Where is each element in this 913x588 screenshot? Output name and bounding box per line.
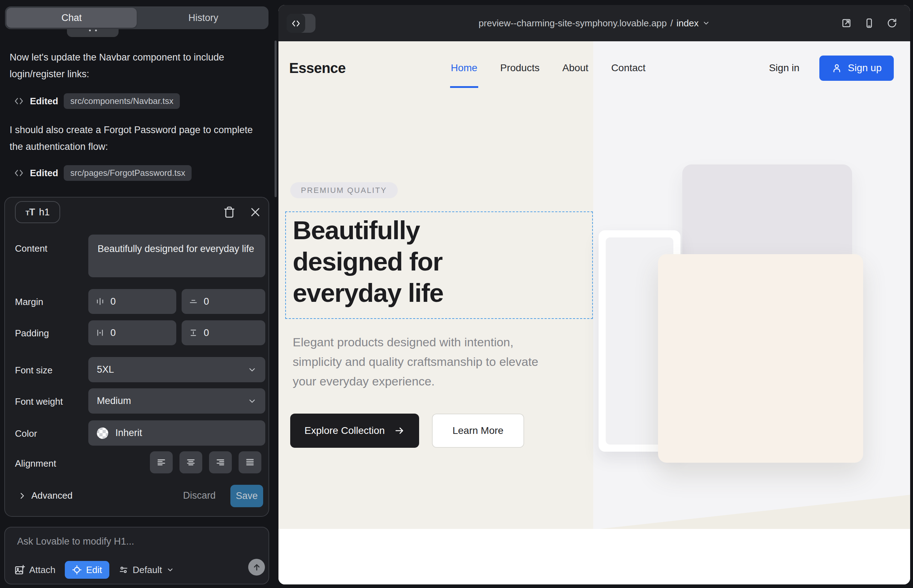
trash-icon[interactable] — [223, 206, 235, 218]
chat-history-tabbar: Chat History — [5, 6, 269, 29]
nav-link-about[interactable]: About — [562, 62, 588, 74]
send-button[interactable] — [248, 559, 265, 575]
decor-card-cream — [658, 254, 863, 463]
code-preview-toggle[interactable] — [287, 14, 316, 33]
tab-chat[interactable]: Chat — [6, 8, 137, 28]
padding-x-icon — [96, 328, 105, 338]
assistant-message: Now let's update the Navbar component to… — [10, 49, 262, 82]
learn-more-button[interactable]: Learn More — [432, 414, 524, 448]
margin-y-field[interactable] — [181, 289, 265, 314]
margin-label: Margin — [15, 297, 43, 307]
url-path: index — [677, 18, 699, 29]
hero-subtext: Elegant products designed with intention… — [293, 333, 542, 391]
align-right-button[interactable] — [209, 451, 232, 473]
font-weight-select[interactable]: Medium — [88, 388, 265, 414]
sign-up-label: Sign up — [848, 62, 882, 74]
align-left-button[interactable] — [150, 451, 173, 473]
edited-label: Edited — [30, 96, 58, 107]
font-size-value: 5XL — [97, 364, 114, 375]
nav-link-home[interactable]: Home — [451, 62, 478, 74]
close-icon[interactable] — [249, 206, 261, 218]
code-icon — [13, 168, 24, 178]
align-center-button[interactable] — [180, 451, 202, 473]
font-size-select[interactable]: 5XL — [88, 357, 265, 382]
color-field[interactable]: Inherit — [88, 420, 265, 446]
attach-label: Attach — [29, 564, 55, 575]
nav-link-contact[interactable]: Contact — [611, 62, 646, 74]
tab-history[interactable]: History — [138, 13, 269, 24]
padding-x-input[interactable] — [110, 328, 153, 339]
content-label: Content — [15, 243, 47, 254]
sign-in-link[interactable]: Sign in — [769, 62, 800, 74]
element-tag: h1 — [39, 207, 50, 218]
discard-button[interactable]: Discard — [183, 490, 216, 501]
url-host: preview--charming-site-symphony.lovable.… — [479, 18, 667, 29]
external-link-icon[interactable] — [841, 18, 852, 29]
edited-file-chip[interactable]: src/pages/ForgotPassword.tsx — [64, 165, 191, 181]
brand-logo[interactable]: Essence — [289, 60, 346, 76]
padding-y-input[interactable] — [204, 328, 243, 339]
site-navbar: Essence Home Products About Contact Sign… — [278, 41, 910, 95]
edit-label: Edit — [86, 564, 102, 575]
chevron-down-icon — [248, 365, 257, 375]
composer-input[interactable] — [17, 536, 252, 552]
margin-x-input[interactable] — [110, 296, 153, 307]
margin-x-icon — [96, 297, 105, 306]
type-icon: TT — [25, 207, 34, 218]
font-weight-value: Medium — [97, 396, 131, 407]
preview-url[interactable]: preview--charming-site-symphony.lovable.… — [479, 5, 710, 41]
user-icon — [832, 63, 842, 73]
margin-y-icon — [189, 297, 198, 306]
advanced-toggle[interactable]: Advanced — [18, 490, 73, 501]
mobile-icon[interactable] — [864, 18, 874, 29]
site-canvas: Essence Home Products About Contact Sign… — [278, 41, 910, 585]
align-justify-icon — [245, 457, 255, 467]
margin-x-field[interactable] — [88, 289, 176, 314]
chat-scrollbar[interactable] — [275, 40, 277, 197]
edit-mode-button[interactable]: Edit — [65, 561, 109, 579]
default-mode-button[interactable]: Default — [118, 564, 174, 575]
code-icon — [291, 18, 301, 29]
premium-quality-badge: PREMIUM QUALITY — [290, 182, 398, 198]
nav-link-products[interactable]: Products — [500, 62, 540, 74]
attach-image-icon — [14, 564, 25, 575]
content-input[interactable]: Beautifully designed for everyday life — [88, 234, 265, 277]
attach-button[interactable]: Attach — [14, 564, 55, 575]
sign-up-button[interactable]: Sign up — [819, 55, 894, 81]
url-separator: / — [670, 18, 673, 29]
chevron-down-icon — [702, 19, 710, 27]
color-value: Inherit — [115, 428, 142, 438]
edited-file-chip[interactable]: src/components/Navbar.tsx — [64, 93, 180, 109]
learn-more-label: Learn More — [453, 425, 503, 436]
edited-file-row: Edited src/components/Navbar.tsx — [13, 93, 180, 109]
refresh-icon[interactable] — [887, 18, 897, 29]
alignment-group — [150, 451, 261, 473]
padding-x-field[interactable] — [88, 320, 176, 345]
save-button[interactable]: Save — [230, 485, 263, 507]
hero-cta-row: Explore Collection Learn More — [290, 414, 524, 448]
chat-panel: Chat History Now let's update the Navbar… — [0, 0, 278, 588]
padding-label: Padding — [15, 328, 49, 339]
selected-element-pill[interactable]: TT h1 — [15, 201, 60, 223]
ellipsis-dots — [89, 29, 97, 31]
assistant-message: I should also create a Forgot Password p… — [10, 122, 262, 155]
edit-target-icon — [72, 565, 82, 575]
lovable-app: Chat History Now let's update the Navbar… — [0, 0, 913, 588]
explore-collection-button[interactable]: Explore Collection — [290, 414, 419, 448]
preview-actions — [841, 5, 897, 41]
chevron-down-icon — [248, 396, 257, 406]
transparency-swatch-icon — [97, 428, 108, 439]
chevron-down-icon — [166, 566, 174, 574]
margin-y-input[interactable] — [204, 296, 243, 307]
code-toggle-knob[interactable] — [287, 14, 305, 33]
align-left-icon — [156, 457, 166, 467]
composer-toolbar: Attach Edit Default — [14, 561, 174, 579]
font-size-label: Font size — [15, 365, 53, 376]
hero-heading[interactable]: Beautifully designed for everyday life — [293, 215, 521, 309]
color-label: Color — [15, 428, 37, 439]
align-justify-button[interactable] — [239, 451, 261, 473]
preview-window: preview--charming-site-symphony.lovable.… — [278, 5, 910, 585]
padding-y-field[interactable] — [181, 320, 265, 345]
edited-file-row: Edited src/pages/ForgotPassword.tsx — [13, 165, 191, 181]
edited-label: Edited — [30, 168, 58, 179]
